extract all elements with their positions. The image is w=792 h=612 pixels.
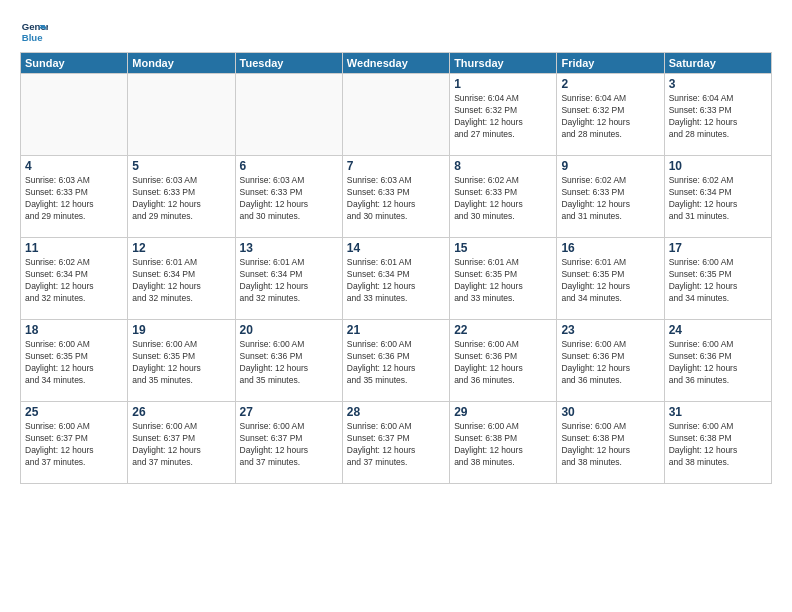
day-number: 25 xyxy=(25,405,123,419)
calendar-cell: 2Sunrise: 6:04 AM Sunset: 6:32 PM Daylig… xyxy=(557,74,664,156)
calendar-day-header: Tuesday xyxy=(235,53,342,74)
day-number: 23 xyxy=(561,323,659,337)
calendar-cell: 24Sunrise: 6:00 AM Sunset: 6:36 PM Dayli… xyxy=(664,320,771,402)
calendar-cell: 14Sunrise: 6:01 AM Sunset: 6:34 PM Dayli… xyxy=(342,238,449,320)
logo-icon: General Blue xyxy=(20,18,48,46)
calendar-cell: 28Sunrise: 6:00 AM Sunset: 6:37 PM Dayli… xyxy=(342,402,449,484)
calendar-cell: 13Sunrise: 6:01 AM Sunset: 6:34 PM Dayli… xyxy=(235,238,342,320)
day-number: 15 xyxy=(454,241,552,255)
calendar-cell: 10Sunrise: 6:02 AM Sunset: 6:34 PM Dayli… xyxy=(664,156,771,238)
day-number: 30 xyxy=(561,405,659,419)
day-info: Sunrise: 6:00 AM Sunset: 6:35 PM Dayligh… xyxy=(669,257,767,305)
calendar-cell: 29Sunrise: 6:00 AM Sunset: 6:38 PM Dayli… xyxy=(450,402,557,484)
calendar-day-header: Monday xyxy=(128,53,235,74)
calendar-cell: 15Sunrise: 6:01 AM Sunset: 6:35 PM Dayli… xyxy=(450,238,557,320)
day-info: Sunrise: 6:02 AM Sunset: 6:34 PM Dayligh… xyxy=(669,175,767,223)
calendar-table: SundayMondayTuesdayWednesdayThursdayFrid… xyxy=(20,52,772,484)
day-number: 14 xyxy=(347,241,445,255)
calendar-cell: 20Sunrise: 6:00 AM Sunset: 6:36 PM Dayli… xyxy=(235,320,342,402)
calendar-week-row: 25Sunrise: 6:00 AM Sunset: 6:37 PM Dayli… xyxy=(21,402,772,484)
day-number: 27 xyxy=(240,405,338,419)
calendar-cell: 16Sunrise: 6:01 AM Sunset: 6:35 PM Dayli… xyxy=(557,238,664,320)
calendar-cell: 30Sunrise: 6:00 AM Sunset: 6:38 PM Dayli… xyxy=(557,402,664,484)
calendar-cell: 12Sunrise: 6:01 AM Sunset: 6:34 PM Dayli… xyxy=(128,238,235,320)
day-number: 9 xyxy=(561,159,659,173)
day-number: 26 xyxy=(132,405,230,419)
day-number: 16 xyxy=(561,241,659,255)
day-number: 31 xyxy=(669,405,767,419)
day-info: Sunrise: 6:01 AM Sunset: 6:34 PM Dayligh… xyxy=(132,257,230,305)
day-info: Sunrise: 6:00 AM Sunset: 6:36 PM Dayligh… xyxy=(561,339,659,387)
day-number: 13 xyxy=(240,241,338,255)
day-number: 2 xyxy=(561,77,659,91)
day-number: 1 xyxy=(454,77,552,91)
day-info: Sunrise: 6:00 AM Sunset: 6:36 PM Dayligh… xyxy=(669,339,767,387)
day-number: 12 xyxy=(132,241,230,255)
calendar-cell: 3Sunrise: 6:04 AM Sunset: 6:33 PM Daylig… xyxy=(664,74,771,156)
calendar-day-header: Wednesday xyxy=(342,53,449,74)
calendar-cell xyxy=(21,74,128,156)
day-info: Sunrise: 6:04 AM Sunset: 6:32 PM Dayligh… xyxy=(454,93,552,141)
calendar-day-header: Sunday xyxy=(21,53,128,74)
day-info: Sunrise: 6:00 AM Sunset: 6:38 PM Dayligh… xyxy=(454,421,552,469)
day-number: 29 xyxy=(454,405,552,419)
day-info: Sunrise: 6:01 AM Sunset: 6:34 PM Dayligh… xyxy=(347,257,445,305)
day-number: 8 xyxy=(454,159,552,173)
day-info: Sunrise: 6:03 AM Sunset: 6:33 PM Dayligh… xyxy=(347,175,445,223)
day-number: 20 xyxy=(240,323,338,337)
calendar-week-row: 4Sunrise: 6:03 AM Sunset: 6:33 PM Daylig… xyxy=(21,156,772,238)
day-number: 6 xyxy=(240,159,338,173)
calendar-week-row: 1Sunrise: 6:04 AM Sunset: 6:32 PM Daylig… xyxy=(21,74,772,156)
day-info: Sunrise: 6:01 AM Sunset: 6:35 PM Dayligh… xyxy=(561,257,659,305)
calendar-cell xyxy=(235,74,342,156)
calendar-cell: 17Sunrise: 6:00 AM Sunset: 6:35 PM Dayli… xyxy=(664,238,771,320)
calendar-cell: 23Sunrise: 6:00 AM Sunset: 6:36 PM Dayli… xyxy=(557,320,664,402)
calendar-week-row: 11Sunrise: 6:02 AM Sunset: 6:34 PM Dayli… xyxy=(21,238,772,320)
calendar-cell: 27Sunrise: 6:00 AM Sunset: 6:37 PM Dayli… xyxy=(235,402,342,484)
day-info: Sunrise: 6:04 AM Sunset: 6:33 PM Dayligh… xyxy=(669,93,767,141)
calendar-cell: 25Sunrise: 6:00 AM Sunset: 6:37 PM Dayli… xyxy=(21,402,128,484)
svg-text:Blue: Blue xyxy=(22,32,43,43)
day-info: Sunrise: 6:03 AM Sunset: 6:33 PM Dayligh… xyxy=(240,175,338,223)
calendar-cell: 1Sunrise: 6:04 AM Sunset: 6:32 PM Daylig… xyxy=(450,74,557,156)
day-info: Sunrise: 6:00 AM Sunset: 6:37 PM Dayligh… xyxy=(25,421,123,469)
day-info: Sunrise: 6:02 AM Sunset: 6:33 PM Dayligh… xyxy=(454,175,552,223)
day-number: 28 xyxy=(347,405,445,419)
day-info: Sunrise: 6:00 AM Sunset: 6:38 PM Dayligh… xyxy=(669,421,767,469)
calendar-cell: 21Sunrise: 6:00 AM Sunset: 6:36 PM Dayli… xyxy=(342,320,449,402)
calendar-day-header: Saturday xyxy=(664,53,771,74)
day-number: 19 xyxy=(132,323,230,337)
logo: General Blue xyxy=(20,18,48,46)
day-info: Sunrise: 6:00 AM Sunset: 6:36 PM Dayligh… xyxy=(347,339,445,387)
calendar-cell: 18Sunrise: 6:00 AM Sunset: 6:35 PM Dayli… xyxy=(21,320,128,402)
calendar-cell xyxy=(128,74,235,156)
calendar-cell: 4Sunrise: 6:03 AM Sunset: 6:33 PM Daylig… xyxy=(21,156,128,238)
calendar-cell xyxy=(342,74,449,156)
day-number: 18 xyxy=(25,323,123,337)
day-info: Sunrise: 6:01 AM Sunset: 6:35 PM Dayligh… xyxy=(454,257,552,305)
day-info: Sunrise: 6:02 AM Sunset: 6:34 PM Dayligh… xyxy=(25,257,123,305)
day-number: 7 xyxy=(347,159,445,173)
calendar-cell: 6Sunrise: 6:03 AM Sunset: 6:33 PM Daylig… xyxy=(235,156,342,238)
header: General Blue xyxy=(20,18,772,46)
day-info: Sunrise: 6:03 AM Sunset: 6:33 PM Dayligh… xyxy=(132,175,230,223)
day-info: Sunrise: 6:04 AM Sunset: 6:32 PM Dayligh… xyxy=(561,93,659,141)
calendar-header-row: SundayMondayTuesdayWednesdayThursdayFrid… xyxy=(21,53,772,74)
calendar-week-row: 18Sunrise: 6:00 AM Sunset: 6:35 PM Dayli… xyxy=(21,320,772,402)
day-info: Sunrise: 6:00 AM Sunset: 6:37 PM Dayligh… xyxy=(240,421,338,469)
day-number: 3 xyxy=(669,77,767,91)
calendar-cell: 11Sunrise: 6:02 AM Sunset: 6:34 PM Dayli… xyxy=(21,238,128,320)
calendar-cell: 26Sunrise: 6:00 AM Sunset: 6:37 PM Dayli… xyxy=(128,402,235,484)
day-number: 10 xyxy=(669,159,767,173)
day-info: Sunrise: 6:00 AM Sunset: 6:37 PM Dayligh… xyxy=(132,421,230,469)
day-number: 11 xyxy=(25,241,123,255)
day-info: Sunrise: 6:00 AM Sunset: 6:36 PM Dayligh… xyxy=(454,339,552,387)
page: General Blue SundayMondayTuesdayWednesda… xyxy=(0,0,792,612)
day-info: Sunrise: 6:03 AM Sunset: 6:33 PM Dayligh… xyxy=(25,175,123,223)
day-info: Sunrise: 6:00 AM Sunset: 6:36 PM Dayligh… xyxy=(240,339,338,387)
day-info: Sunrise: 6:00 AM Sunset: 6:35 PM Dayligh… xyxy=(132,339,230,387)
calendar-cell: 5Sunrise: 6:03 AM Sunset: 6:33 PM Daylig… xyxy=(128,156,235,238)
calendar-cell: 22Sunrise: 6:00 AM Sunset: 6:36 PM Dayli… xyxy=(450,320,557,402)
day-number: 22 xyxy=(454,323,552,337)
calendar-cell: 31Sunrise: 6:00 AM Sunset: 6:38 PM Dayli… xyxy=(664,402,771,484)
